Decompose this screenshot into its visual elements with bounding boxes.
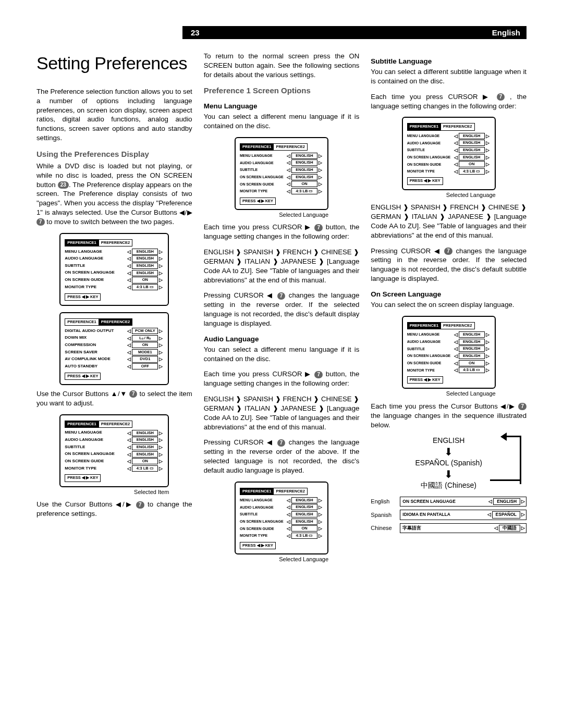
menu-language-head: Menu Language [204,102,360,111]
osd-pref1-tabs: PREFERENCE1 PREFERENCE2 MENU LANGUAGE◁EN… [59,233,169,306]
column-1: Setting Preferences The Preference selec… [36,52,192,567]
page-header: 23 English [182,26,527,39]
menu-language-p1: You can select a different menu language… [204,112,360,131]
osd-selected-item: PREFERENCE1 PREFERENCE2 MENU LANGUAGE◁EN… [59,414,169,496]
lang-order-menu: ENGLISH ❱ SPANISH ❱ FRENCH ❱ CHINESE ❱ G… [204,248,360,285]
column-2: To return to the normal screen press the… [204,52,360,567]
osd-menu-lang: PREFERENCE1PREFERENCE2 MENU LANGUAGE◁ENG… [235,137,328,219]
pref1-options-head: Preference 1 Screen Options [204,85,360,96]
page-title: Setting Preferences [36,52,192,76]
osl-head: On Screen Language [371,290,527,299]
osl-p1: You can select the on screen display lan… [371,300,527,310]
intro-text: The Preference selection function allows… [36,87,192,143]
using-p2: Use the Cursor Buttons ▲/▼ 7 to select t… [36,389,192,408]
lang-order-subtitle: ENGLISH ❱ SPANISH ❱ FRENCH ❱ CHINESE ❱ G… [371,203,527,240]
using-preferences-head: Using the Preferences Display [36,149,192,159]
osd-osl: PREFERENCE1PREFERENCE2 MENU LANGUAGE◁ENG… [402,316,496,398]
osd-subtitle-lang: PREFERENCE1PREFERENCE2 MENU LANGUAGE◁ENG… [402,117,496,199]
example-spanish: Spanish IDIOMA EN PANTALLA◁ESPAÑOL▷ [371,510,527,520]
content-columns: Setting Preferences The Preference selec… [36,52,527,567]
column-3: Subtitle Language You can select a diffe… [371,52,527,567]
lang-order-audio: ENGLISH ❱ SPANISH ❱ FRENCH ❱ CHINESE ❱ G… [204,394,360,431]
using-p3: Use the Cursor Buttons ◀/▶ 7 to change t… [36,500,192,519]
page-number: 23 [188,28,200,37]
osd-audio-lang: PREFERENCE1PREFERENCE2 MENU LANGUAGE◁ENG… [235,482,328,563]
example-chinese: Chinese 字幕語言◁中國語▷ [371,523,527,533]
button-badge-7: 7 [36,218,45,226]
button-badge-23: 23 [58,181,69,189]
header-language: English [492,28,521,37]
example-english: English ON SCREEN LANGUAGE◁ENGLISH▷ [371,497,527,507]
audio-language-head: Audio Language [204,335,360,344]
manual-page: 23 English Setting Preferences The Prefe… [0,0,563,599]
using-p1: While a DVD disc is loaded but not playi… [36,162,192,227]
col2-intro: To return to the normal screen press the… [204,52,360,79]
subtitle-p1: You can select a different subtitle lang… [371,67,527,86]
subtitle-language-head: Subtitle Language [371,57,527,66]
language-flow-diagram: ENGLISH ⬇ ESPAÑOL (Spanish) ⬇ 中國語 (Chine… [371,436,527,490]
audio-language-p1: You can select a different menu language… [204,345,360,364]
osd-pref2-tabs: PREFERENCE1 PREFERENCE2 DIGITAL AUDIO OU… [59,312,169,385]
